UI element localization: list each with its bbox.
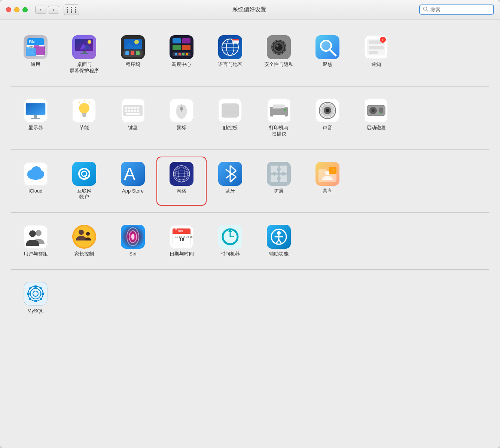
maximize-button[interactable]: [22, 7, 28, 12]
minimize-button[interactable]: [14, 7, 19, 12]
parental-label: 家长控制: [74, 251, 94, 257]
pref-accessibility[interactable]: 辅助功能: [254, 220, 303, 262]
grid-dot: [67, 9, 68, 10]
svg-rect-91: [131, 110, 133, 112]
back-button[interactable]: ‹: [35, 6, 46, 14]
section-other: MySQL: [11, 273, 489, 326]
pref-general[interactable]: File New One 通用: [11, 31, 60, 79]
pref-desktop[interactable]: 桌面与屏幕保护程序: [60, 31, 109, 79]
svg-rect-134: [72, 162, 96, 186]
svg-rect-152: [267, 162, 291, 186]
extensions-label: 扩展: [274, 188, 284, 194]
pref-bluetooth[interactable]: 蓝牙: [206, 157, 254, 205]
datetime-icon: JUN 12 13 14 15 16 18 12 1: [170, 225, 193, 249]
svg-text:JUN: JUN: [178, 230, 183, 233]
pref-network[interactable]: 网络: [157, 157, 206, 205]
svg-rect-84: [125, 107, 127, 109]
pref-language[interactable]: 语言与地区: [206, 31, 254, 79]
mission-control-icon: [170, 35, 193, 59]
svg-rect-35: [175, 53, 177, 55]
svg-rect-93: [137, 110, 139, 112]
svg-text:18: 18: [179, 237, 185, 242]
pref-trackpad[interactable]: 触控板: [206, 94, 254, 142]
pref-notification[interactable]: ! 通知: [352, 31, 400, 79]
pref-appstore[interactable]: A App Store: [109, 157, 157, 205]
svg-rect-109: [273, 115, 285, 118]
svg-point-157: [277, 167, 281, 171]
pref-siri[interactable]: Siri: [109, 220, 157, 262]
pref-sound[interactable]: 声音: [303, 94, 352, 142]
svg-rect-89: [125, 110, 127, 112]
display-label: 显示器: [28, 125, 43, 131]
forward-button[interactable]: ›: [48, 6, 59, 14]
svg-point-126: [372, 109, 375, 112]
grid-view-button[interactable]: [64, 4, 79, 15]
grid-dot: [67, 11, 68, 13]
svg-point-178: [131, 234, 134, 240]
pref-dock[interactable]: 程序坞: [109, 31, 157, 79]
sharing-icon: +: [315, 162, 339, 186]
svg-rect-10: [34, 45, 39, 47]
svg-text:A: A: [124, 164, 135, 184]
dock-icon: [121, 35, 145, 59]
close-button[interactable]: [6, 7, 11, 12]
spotlight-icon: [315, 35, 339, 59]
pref-extensions[interactable]: 扩展: [254, 157, 303, 205]
pref-mouse[interactable]: 鼠标: [157, 94, 206, 142]
svg-point-117: [326, 109, 329, 112]
preferences-content: File New One 通用: [0, 19, 500, 448]
pref-mission-control[interactable]: 调度中心: [157, 31, 206, 79]
svg-rect-207: [27, 293, 30, 295]
svg-rect-102: [222, 104, 238, 117]
timemachine-icon: [218, 225, 242, 249]
section-personal: File New One 通用: [11, 27, 489, 87]
siri-label: Siri: [129, 251, 137, 257]
pref-display[interactable]: 显示器: [11, 94, 60, 142]
pref-users[interactable]: 用户与群组: [11, 220, 60, 262]
startup-icon: [364, 99, 388, 122]
pref-spotlight[interactable]: 聚焦: [303, 31, 352, 79]
pref-icloud[interactable]: iCloud: [11, 157, 60, 205]
sound-icon: [315, 99, 339, 122]
svg-rect-30: [173, 38, 181, 43]
svg-point-27: [134, 40, 139, 44]
svg-rect-163: [318, 169, 327, 172]
pref-mysql[interactable]: MySQL: [11, 277, 60, 319]
pref-internet-accounts[interactable]: 互联网帐户: [60, 157, 109, 205]
notification-label: 通知: [371, 61, 381, 68]
pref-sharing[interactable]: + 共享: [303, 157, 352, 205]
pref-security[interactable]: 安全性与隐私: [254, 31, 303, 79]
svg-point-110: [284, 109, 286, 111]
appstore-label: App Store: [122, 188, 144, 194]
icon-grid-row4: 用户与群组 家长控制: [11, 217, 489, 266]
language-label: 语言与地区: [218, 61, 243, 68]
mission-control-label: 调度中心: [172, 61, 191, 68]
pref-parental[interactable]: 家长控制: [60, 220, 109, 262]
titlebar: ‹ › 系统偏好设置: [0, 0, 500, 19]
svg-rect-88: [137, 107, 139, 109]
security-label: 安全性与隐私: [264, 61, 293, 68]
pref-keyboard[interactable]: 键盘: [109, 94, 157, 142]
grid-dot: [71, 11, 72, 13]
svg-rect-94: [126, 113, 140, 115]
search-box[interactable]: [419, 4, 494, 15]
general-icon: File New One: [24, 35, 48, 59]
svg-rect-108: [273, 105, 285, 108]
printer-label: 打印机与扫描仪: [269, 125, 289, 137]
pref-printer[interactable]: 打印机与扫描仪: [254, 94, 303, 142]
svg-point-51: [276, 45, 278, 47]
pref-energy[interactable]: 节能: [60, 94, 109, 142]
pref-startup[interactable]: 启动磁盘: [352, 94, 400, 142]
svg-line-1: [427, 10, 428, 12]
pref-timemachine[interactable]: 时间机器: [206, 220, 254, 262]
desktop-label: 桌面与屏幕保护程序: [70, 61, 99, 74]
siri-icon: [121, 225, 145, 249]
svg-rect-32: [173, 45, 181, 50]
svg-rect-38: [186, 53, 188, 55]
svg-point-169: [36, 230, 42, 236]
svg-rect-208: [42, 293, 44, 295]
language-icon: [218, 35, 242, 59]
search-input[interactable]: [430, 7, 486, 13]
svg-point-158: [277, 176, 281, 180]
pref-datetime[interactable]: JUN 12 13 14 15 16 18 12 1 日期与时间: [157, 220, 206, 262]
